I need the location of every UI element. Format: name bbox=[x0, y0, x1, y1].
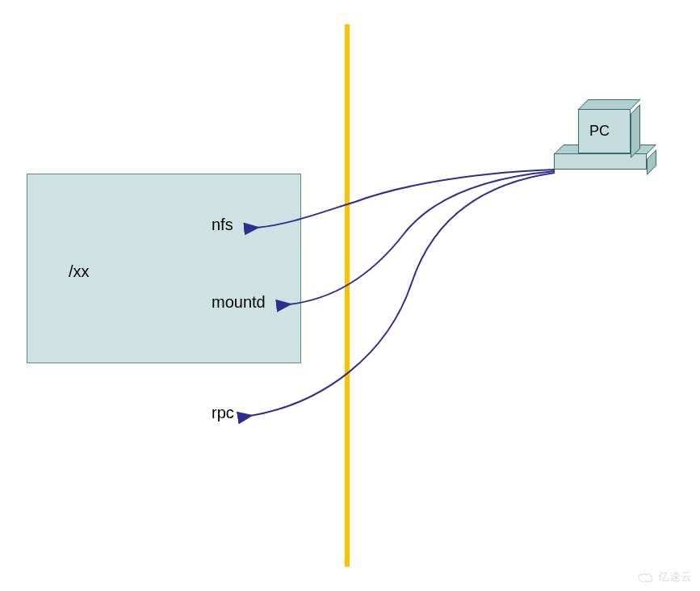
pc-base-side-face bbox=[647, 149, 656, 175]
watermark-text: 亿速云 bbox=[658, 570, 692, 585]
pc-label: PC bbox=[589, 123, 610, 140]
watermark: 亿速云 bbox=[637, 570, 692, 585]
curve-pc-to-nfs bbox=[257, 170, 555, 228]
rpc-service-label: rpc bbox=[212, 404, 234, 422]
share-label: /xx bbox=[69, 262, 90, 281]
curve-pc-to-mountd bbox=[289, 171, 555, 304]
mountd-service-label: mountd bbox=[212, 293, 266, 312]
nfs-service-label: nfs bbox=[212, 216, 233, 234]
firewall-divider bbox=[345, 24, 350, 567]
share-box bbox=[27, 174, 301, 363]
cloud-icon bbox=[637, 572, 655, 583]
